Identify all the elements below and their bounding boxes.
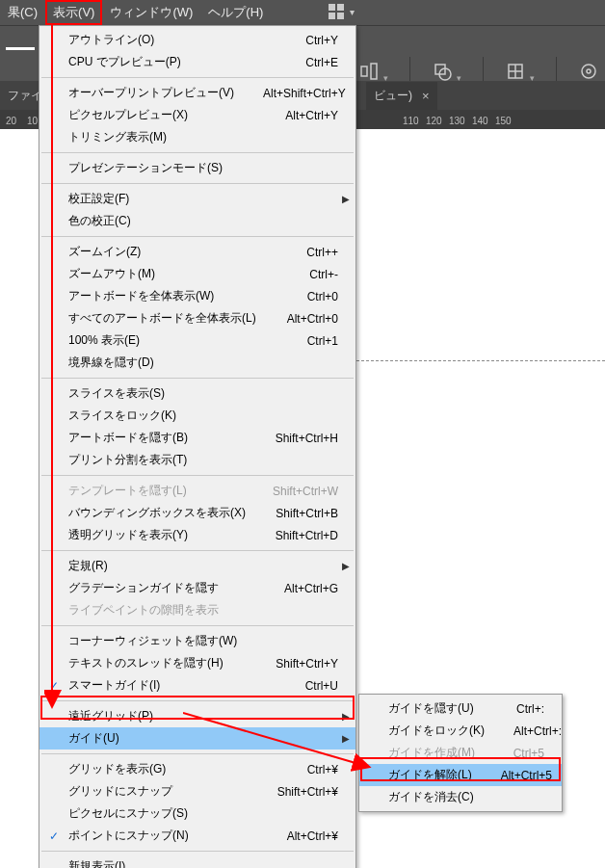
menu-item-label: バウンディングボックスを表示(X)	[68, 505, 246, 521]
menu-view-item[interactable]: オーバープリントプレビュー(V)Alt+Shift+Ctrl+Y	[39, 82, 355, 104]
menu-item-label: スライスを表示(S)	[68, 385, 165, 402]
menu-separator	[41, 152, 354, 153]
ruler-label: 140	[472, 116, 488, 126]
menu-item-accelerator: Ctrl++	[277, 246, 338, 259]
menu-view-item[interactable]: ピクセルプレビュー(X)Alt+Ctrl+Y	[39, 104, 355, 126]
menu-item-label: ガイド(U)	[68, 730, 119, 747]
menu-guide-item: ガイドを作成(M)Ctrl+5	[359, 742, 562, 764]
menu-separator	[41, 550, 354, 551]
canvas-guide-line	[356, 360, 605, 361]
menu-item-accelerator: Alt+Ctrl+0	[258, 312, 338, 326]
chevron-down-icon: ▾	[350, 7, 355, 17]
menu-view-item[interactable]: グリッドを表示(G)Ctrl+¥	[39, 758, 355, 780]
menu-view-item[interactable]: ピクセルにスナップ(S)	[39, 802, 355, 825]
menu-guide-item[interactable]: ガイドをロック(K)Alt+Ctrl+:	[359, 720, 562, 742]
ruler-label: 110	[403, 116, 419, 126]
menu-view-dropdown: アウトライン(O)Ctrl+YCPU でプレビュー(P)Ctrl+Eオーバープリ…	[39, 25, 356, 868]
menu-item-accelerator: Shift+Ctrl+D	[247, 529, 338, 542]
menu-view-item[interactable]: アートボードを隠す(B)Shift+Ctrl+H	[39, 427, 355, 449]
menu-item-label: 境界線を隠す(D)	[68, 355, 154, 371]
doc-tab-active[interactable]: ビュー) ×	[366, 82, 437, 110]
menu-item-label: 定規(R)	[68, 558, 108, 574]
svg-point-12	[587, 69, 591, 73]
menu-item-label: プレゼンテーションモード(S)	[68, 160, 223, 176]
menu-guide-item[interactable]: ガイドを解除(L)Alt+Ctrl+5	[359, 764, 562, 786]
menu-view-item[interactable]: ズームイン(Z)Ctrl++	[39, 241, 355, 263]
menubar: 果(C) 表示(V) ウィンドウ(W) ヘルプ(H) ▾	[0, 0, 605, 25]
menu-item-accelerator: Shift+Ctrl+W	[244, 485, 338, 498]
close-icon[interactable]: ×	[422, 89, 430, 103]
menubar-layout-switch[interactable]: ▾	[329, 4, 355, 19]
menu-view-item[interactable]: プリント分割を表示(T)	[39, 449, 355, 471]
menu-separator	[41, 625, 354, 626]
svg-rect-2	[329, 13, 335, 19]
menu-view-item[interactable]: テキストのスレッドを隠す(H)Shift+Ctrl+Y	[39, 652, 355, 674]
menu-view-item[interactable]: グリッドにスナップShift+Ctrl+¥	[39, 780, 355, 802]
menu-view-item[interactable]: 境界線を隠す(D)	[39, 352, 355, 374]
menu-view-item[interactable]: バウンディングボックスを表示(X)Shift+Ctrl+B	[39, 502, 355, 524]
stroke-preview[interactable]	[6, 47, 35, 50]
menu-item-label: 色の校正(C)	[68, 213, 131, 229]
menu-view-item[interactable]: ポイントにスナップ(N)Alt+Ctrl+¥	[39, 825, 355, 847]
menu-item-label: ズームアウト(M)	[68, 266, 155, 282]
menu-item-accelerator: Shift+Ctrl+B	[247, 507, 338, 520]
menu-item-accelerator: Ctrl+-	[280, 268, 338, 281]
menu-view-item[interactable]: グラデーションガイドを隠すAlt+Ctrl+G	[39, 577, 355, 599]
menu-item-label: ピクセルにスナップ(S)	[68, 805, 188, 822]
align-tool[interactable]	[358, 61, 380, 82]
menu-separator	[41, 700, 354, 701]
menu-view-item[interactable]: アートボードを全体表示(W)Ctrl+0	[39, 285, 355, 307]
menu-item-accelerator: Alt+Ctrl+G	[255, 582, 338, 595]
menu-view-item[interactable]: 定規(R)▶	[39, 555, 355, 577]
submenu-arrow-icon: ▶	[342, 711, 350, 722]
menu-item-accelerator: Alt+Ctrl+Y	[256, 109, 338, 122]
transform-tool[interactable]	[505, 61, 526, 82]
menu-view-item[interactable]: プレゼンテーションモード(S)	[39, 157, 355, 179]
menu-item-accelerator: Ctrl+E	[276, 56, 338, 69]
menu-view-item[interactable]: すべてのアートボードを全体表示(L)Alt+Ctrl+0	[39, 307, 355, 329]
menu-separator	[41, 753, 354, 754]
svg-rect-0	[329, 4, 335, 11]
menu-view-item[interactable]: 透明グリッドを表示(Y)Shift+Ctrl+D	[39, 524, 355, 546]
menu-separator	[41, 851, 354, 852]
menubar-item-partial[interactable]: 果(C)	[0, 0, 45, 25]
svg-rect-4	[361, 66, 367, 76]
menu-view-item[interactable]: スマートガイド(I)Ctrl+U	[39, 674, 355, 697]
menu-view-item[interactable]: ガイド(U)▶	[39, 727, 355, 750]
menu-view-item[interactable]: 遠近グリッド(P)▶	[39, 705, 355, 727]
menubar-item-view[interactable]: 表示(V)	[45, 0, 102, 25]
menubar-item-window[interactable]: ウィンドウ(W)	[102, 0, 200, 25]
menu-guide-item[interactable]: ガイドを消去(C)	[359, 786, 562, 808]
svg-rect-5	[371, 64, 377, 79]
menu-item-label: アウトライン(O)	[68, 32, 154, 48]
menu-view-item[interactable]: トリミング表示(M)	[39, 126, 355, 148]
isolate-tool[interactable]	[578, 61, 599, 82]
menu-view-item[interactable]: ズームアウト(M)Ctrl+-	[39, 263, 355, 285]
menu-item-accelerator: Alt+Ctrl+5	[472, 769, 552, 782]
menu-view-item[interactable]: 100% 表示(E)Ctrl+1	[39, 329, 355, 352]
menu-view-item[interactable]: 色の校正(C)	[39, 210, 355, 232]
menu-view-item[interactable]: スライスをロック(K)	[39, 405, 355, 427]
menu-item-accelerator: Ctrl+5	[485, 747, 544, 760]
menu-item-accelerator: Shift+Ctrl+Y	[247, 657, 338, 671]
menubar-item-help[interactable]: ヘルプ(H)	[200, 0, 271, 25]
menu-item-label: 透明グリッドを表示(Y)	[68, 527, 188, 543]
menu-view-item[interactable]: 校正設定(F)▶	[39, 188, 355, 210]
menu-separator	[41, 77, 354, 78]
menu-guide-item[interactable]: ガイドを隠す(U)Ctrl+:	[359, 697, 562, 720]
menu-item-accelerator: Ctrl+0	[278, 290, 338, 303]
menu-item-accelerator: Ctrl+U	[276, 679, 338, 693]
menu-item-label: アートボードを全体表示(W)	[68, 288, 214, 304]
menu-view-item[interactable]: コーナーウィジェットを隠す(W)	[39, 630, 355, 652]
menu-item-label: 遠近グリッド(P)	[68, 708, 153, 724]
menu-view-item[interactable]: アウトライン(O)Ctrl+Y	[39, 29, 355, 51]
menu-item-accelerator: Shift+Ctrl+¥	[249, 785, 338, 799]
shape-tool[interactable]	[432, 61, 453, 82]
menu-item-label: グリッドを表示(G)	[68, 761, 166, 777]
ruler-label: 10	[27, 116, 38, 126]
menu-item-label: 校正設定(F)	[68, 191, 129, 207]
menu-item-accelerator: Alt+Ctrl+:	[485, 724, 562, 738]
menu-view-item[interactable]: スライスを表示(S)	[39, 382, 355, 405]
menu-view-item[interactable]: 新規表示(I)...	[39, 855, 355, 868]
menu-view-item[interactable]: CPU でプレビュー(P)Ctrl+E	[39, 51, 355, 73]
